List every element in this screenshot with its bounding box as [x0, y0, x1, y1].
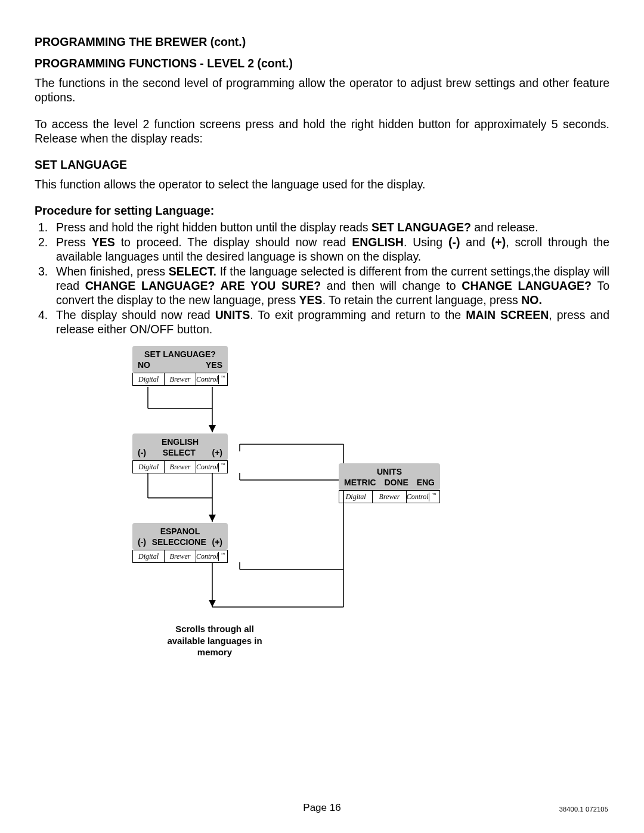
- list-item: 1. Press and hold the right hidden butto…: [35, 220, 609, 234]
- heading-programming-brewer: PROGRAMMING THE BREWER (cont.): [35, 35, 609, 49]
- intro-paragraph-1: The functions in the second level of pro…: [35, 76, 609, 105]
- procedure-list: 1. Press and hold the right hidden butto…: [35, 220, 609, 336]
- set-language-desc: This function allows the operator to sel…: [35, 177, 609, 191]
- list-item: 3. When finished, press SELECT. If the l…: [35, 264, 609, 308]
- list-item: 4. The display should now read UNITS. To…: [35, 308, 609, 337]
- svg-marker-3: [209, 425, 216, 432]
- screen-english: ENGLISH (-) SELECT (+): [132, 433, 228, 460]
- flowchart-note: Scrolls through all available languages …: [161, 623, 268, 658]
- heading-programming-functions: PROGRAMMING FUNCTIONS - LEVEL 2 (cont.): [35, 56, 609, 70]
- screen-espanol: ESPANOL (-) SELECCIONE (+): [132, 523, 228, 550]
- brand-strip: Digital Brewer Control™: [132, 373, 228, 386]
- intro-paragraph-2: To access the level 2 function screens p…: [35, 117, 609, 146]
- procedure-heading: Procedure for setting Language:: [35, 203, 609, 218]
- flowchart-lines: [0, 337, 644, 707]
- brand-strip: Digital Brewer Control™: [132, 460, 228, 473]
- brand-strip: Digital Brewer Control™: [132, 550, 228, 563]
- heading-set-language: SET LANGUAGE: [35, 157, 609, 172]
- svg-marker-7: [209, 515, 216, 522]
- page-number: Page 16: [0, 801, 644, 814]
- list-item: 2. Press YES to proceed. The display sho…: [35, 235, 609, 264]
- flowchart: SET LANGUAGE? NO YES Digital Brewer Cont…: [0, 337, 644, 707]
- brand-strip: Digital Brewer Control™: [339, 490, 440, 503]
- screen-units: UNITS METRIC DONE ENG: [339, 463, 440, 490]
- doc-number: 38400.1 072105: [559, 806, 608, 814]
- screen-set-language: SET LANGUAGE? NO YES: [132, 346, 228, 373]
- svg-marker-14: [209, 600, 216, 607]
